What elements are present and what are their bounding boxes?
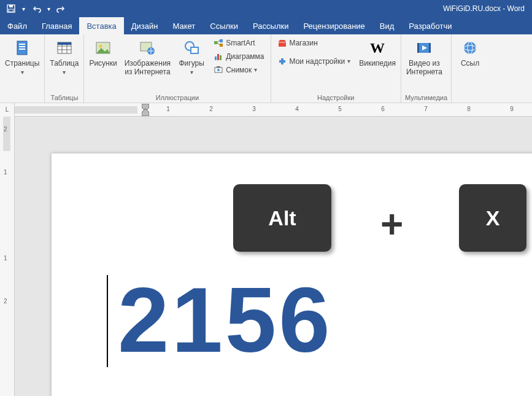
chart-button[interactable]: Диаграмма	[211, 50, 266, 63]
wikipedia-icon: W	[368, 38, 387, 58]
tab-insert[interactable]: Вставка	[79, 17, 123, 34]
plus-symbol: +	[380, 201, 403, 247]
group-pages: Страницы ▾	[0, 34, 45, 103]
tab-mailings[interactable]: Рассылки	[245, 17, 296, 34]
vertical-ruler[interactable]: 2 1 1 2	[0, 117, 15, 396]
ruler-h-num: 4	[295, 106, 299, 112]
titlebar: ▾ ▾ WiFiGiD.RU.docx - Word	[0, 0, 532, 17]
group-links-label	[455, 93, 485, 101]
ruler-v-margin-shade	[3, 117, 10, 151]
tab-view[interactable]: Вид	[372, 17, 402, 34]
group-media-label: Мультимедиа	[405, 93, 447, 101]
table-icon	[55, 38, 74, 58]
screenshot-label: Снимок	[226, 66, 252, 74]
online-pictures-button[interactable]: Изображения из Интернета	[123, 37, 172, 78]
svg-line-22	[217, 41, 220, 42]
horizontal-ruler[interactable]: L 2 1 1 2 3 4 5 6 7 8 9	[0, 103, 532, 117]
tab-developer[interactable]: Разработчи	[401, 17, 459, 34]
ruler-h-num: 2	[209, 106, 213, 112]
pictures-button[interactable]: Рисунки	[88, 37, 118, 69]
ribbon: Страницы ▾ Таблица ▾ Таблицы Рисунки	[0, 34, 532, 103]
svg-rect-32	[417, 43, 419, 53]
online-video-label: Видео из Интернета	[406, 59, 442, 77]
svg-rect-25	[217, 54, 219, 60]
ruler-corner[interactable]: L	[0, 103, 15, 117]
svg-point-28	[217, 69, 220, 71]
tab-home[interactable]: Главная	[34, 17, 79, 34]
key-x-label: X	[486, 206, 500, 230]
smartart-icon	[214, 38, 223, 48]
group-media: Видео из Интернета Мультимедиа	[401, 34, 452, 103]
undo-button[interactable]	[30, 2, 42, 15]
my-addins-label: Мои надстройки	[290, 57, 345, 66]
ruler-h-num: 8	[467, 106, 471, 112]
shapes-icon	[182, 38, 201, 58]
pages-button[interactable]: Страницы ▾	[4, 37, 40, 77]
key-alt-label: Alt	[268, 206, 296, 230]
group-links: Ссыл	[452, 34, 488, 103]
qat-dropdown-icon[interactable]: ▾	[22, 6, 25, 12]
group-illustrations: Рисунки Изображения из Интернета Фигуры …	[84, 34, 271, 103]
svg-rect-33	[429, 43, 431, 53]
ruler-v-num: 1	[4, 169, 7, 176]
chart-label: Диаграмма	[226, 52, 264, 61]
quick-access-toolbar: ▾ ▾	[5, 2, 67, 15]
svg-line-23	[217, 43, 220, 45]
smartart-label: SmartArt	[226, 39, 255, 47]
redo-button[interactable]	[55, 2, 67, 15]
svg-rect-5	[19, 46, 25, 47]
pictures-icon	[93, 38, 113, 58]
group-addins-label: Надстройки	[275, 93, 397, 101]
my-addins-button[interactable]: Мои надстройки ▾	[275, 55, 353, 68]
window-title: WiFiGiD.RU.docx - Word	[443, 4, 525, 13]
tab-design[interactable]: Дизайн	[124, 17, 166, 34]
svg-point-14	[99, 45, 102, 48]
online-pictures-label: Изображения из Интернета	[125, 59, 171, 77]
ruler-h-num: 6	[381, 106, 385, 112]
svg-rect-1	[9, 5, 13, 7]
tab-review[interactable]: Рецензирование	[296, 17, 372, 34]
group-illustrations-label: Иллюстрации	[88, 93, 266, 101]
screenshot-button[interactable]: Снимок ▾	[211, 64, 266, 76]
document-page[interactable]: Alt + X 2156	[52, 153, 532, 396]
smartart-button[interactable]: SmartArt	[211, 37, 266, 49]
links-label: Ссыл	[461, 59, 479, 68]
chart-icon	[214, 52, 223, 61]
ruler-h-num: 9	[510, 106, 514, 112]
myaddins-dropdown-icon: ▾	[347, 58, 350, 65]
ruler-h-track: 2 1 1 2 3 4 5 6 7 8 9	[15, 103, 532, 117]
table-button[interactable]: Таблица ▾	[48, 37, 80, 77]
key-alt: Alt	[233, 184, 331, 252]
page-icon	[12, 38, 32, 58]
wikipedia-button[interactable]: W Википедия	[358, 37, 397, 69]
shapes-button[interactable]: Фигуры ▾	[177, 37, 206, 77]
indent-marker-icon[interactable]	[142, 104, 149, 116]
svg-rect-18	[191, 47, 198, 53]
svg-rect-2	[9, 9, 13, 12]
svg-rect-12	[58, 42, 71, 45]
big-number-text[interactable]: 2156	[118, 267, 333, 373]
tab-layout[interactable]: Макет	[165, 17, 202, 34]
svg-rect-6	[19, 49, 25, 50]
ruler-h-num: 7	[424, 106, 428, 112]
shapes-dropdown-icon: ▾	[190, 69, 193, 76]
ruler-v-num: 1	[4, 255, 7, 262]
svg-rect-26	[220, 55, 222, 60]
links-button[interactable]: Ссыл	[455, 37, 485, 69]
pages-label: Страницы	[5, 59, 39, 68]
store-label: Магазин	[290, 39, 318, 47]
svg-point-35	[464, 42, 476, 54]
save-button[interactable]	[5, 2, 17, 15]
online-video-button[interactable]: Видео из Интернета	[405, 37, 444, 78]
tab-references[interactable]: Ссылки	[202, 17, 245, 34]
ruler-h-num: 3	[252, 106, 256, 112]
page-viewport[interactable]: Alt + X 2156	[15, 117, 532, 396]
store-button[interactable]: Магазин	[275, 37, 353, 49]
ruler-v-num: 2	[4, 126, 7, 133]
key-x: X	[459, 184, 526, 252]
tab-file[interactable]: Файл	[0, 17, 34, 34]
document-area: 2 1 1 2 Alt + X 2156	[0, 117, 532, 396]
link-icon	[460, 38, 480, 58]
undo-dropdown-icon[interactable]: ▾	[47, 6, 50, 12]
group-pages-label	[4, 93, 40, 101]
